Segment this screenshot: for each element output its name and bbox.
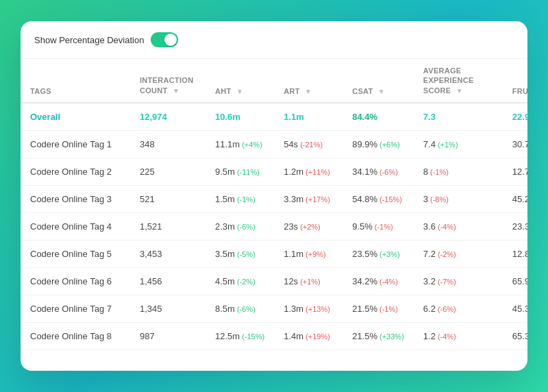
row-art: 54s(-21%) [274,130,342,158]
row-interaction-count: 225 [130,158,206,185]
row-tag: Codere Online Tag 2 [21,158,130,185]
sort-icon-avg-exp[interactable]: ▼ [456,86,463,95]
row-aht: 12.5m(-15%) [206,322,274,350]
sort-icon-interaction[interactable]: ▼ [173,86,179,95]
row-frustration: 65.3%(- [503,322,527,350]
sort-icon-art[interactable]: ▼ [305,88,312,95]
overall-art: 1.1m [274,103,342,131]
row-interaction-count: 348 [130,130,206,158]
row-csat: 34.1%(-6%) [342,158,414,185]
overall-tag: Overall [21,103,130,131]
table-row: Codere Online Tag 4 1,521 2.3m(-6%) 23s(… [21,212,527,240]
table-row: Codere Online Tag 2 225 9.5m(-11%) 1.2m(… [21,158,527,185]
row-frustration: 12.8%(-18 [503,240,527,267]
sort-icon-csat[interactable]: ▼ [378,88,385,95]
row-aht: 8.5m(-6%) [206,295,274,322]
row-avg-exp: 3(-8%) [414,185,503,212]
row-avg-exp: 3.6(-4%) [414,212,503,240]
col-header-art: ART ▼ [274,59,342,103]
table-row: Codere Online Tag 5 3,453 3.5m(-5%) 1.1m… [21,240,527,267]
sort-icon-aht[interactable]: ▼ [236,88,243,95]
row-frustration: 12.7%(-3 [503,158,527,185]
row-art: 3.3m(+17%) [274,185,342,212]
row-frustration: 23.3%(-2 [503,212,527,240]
row-avg-exp: 3.2(-7%) [414,267,503,295]
row-avg-exp: 6.2(-6%) [414,295,503,322]
row-tag: Codere Online Tag 3 [21,185,130,212]
row-tag: Codere Online Tag 1 [21,130,130,158]
row-art: 1.2m(+11%) [274,158,342,185]
table-container: TAGS INTERACTION COUNT ▼ AHT ▼ ART ▼ [21,59,527,371]
row-csat: 34.2%(-4%) [342,267,414,295]
row-csat: 21.5%(-1%) [342,295,414,322]
main-card: Show Percentage Deviation TAGS INTERACTI… [21,21,527,371]
overall-frustration: 22.9% [503,103,527,131]
col-header-tags: TAGS [21,59,130,103]
row-interaction-count: 1,456 [130,267,206,295]
toggle-bar: Show Percentage Deviation [21,21,527,59]
table-row: Codere Online Tag 3 521 1.5m(-1%) 3.3m(+… [21,185,527,212]
row-art: 1.1m(+9%) [274,240,342,267]
table-header-row: TAGS INTERACTION COUNT ▼ AHT ▼ ART ▼ [21,59,527,103]
overall-avg-exp: 7.3 [414,103,503,131]
overall-interaction-count: 12,974 [130,103,206,131]
row-art: 1.4m(+19%) [274,322,342,350]
row-tag: Codere Online Tag 5 [21,240,130,267]
table-row: Codere Online Tag 1 348 11.1m(+4%) 54s(-… [21,130,527,158]
row-aht: 4.5m(-2%) [206,267,274,295]
row-aht: 1.5m(-1%) [206,185,274,212]
row-frustration: 30.7%(+3 [503,130,527,158]
table-row: Codere Online Tag 7 1,345 8.5m(-6%) 1.3m… [21,295,527,322]
row-avg-exp: 1.2(-4%) [414,322,503,350]
overall-aht: 10.6m [206,103,274,131]
row-tag: Codere Online Tag 7 [21,295,130,322]
row-interaction-count: 3,453 [130,240,206,267]
row-interaction-count: 987 [130,322,206,350]
overall-row: Overall 12,974 10.6m 1.1m 84.4% 7.3 22.9… [21,103,527,131]
row-frustration: 65.9%(-5 [503,267,527,295]
table-row: Codere Online Tag 6 1,456 4.5m(-2%) 12s(… [21,267,527,295]
overall-csat: 84.4% [342,103,414,131]
row-tag: Codere Online Tag 4 [21,212,130,240]
row-csat: 21.5%(+33%) [342,322,414,350]
row-tag: Codere Online Tag 6 [21,267,130,295]
row-aht: 2.3m(-6%) [206,212,274,240]
row-frustration: 45.3%(- [503,295,527,322]
col-header-interaction-count: INTERACTION COUNT ▼ [130,59,206,103]
row-csat: 23.5%(+3%) [342,240,414,267]
row-csat: 9.5%(-1%) [342,212,414,240]
col-header-aht: AHT ▼ [206,59,274,103]
percentage-deviation-toggle[interactable] [151,32,178,47]
row-avg-exp: 8(-1%) [414,158,503,185]
table-row: Codere Online Tag 8 987 12.5m(-15%) 1.4m… [21,322,527,350]
row-csat: 89.9%(+6%) [342,130,414,158]
row-frustration: 45.2%(-4 [503,185,527,212]
toggle-label: Show Percentage Deviation [34,35,144,45]
col-header-frustration: FRUSTRATION [503,59,527,103]
row-art: 1.3m(+13%) [274,295,342,322]
col-header-avg-exp: AVERAGE EXPERIENCE SCORE ▼ [414,59,503,103]
row-art: 12s(+1%) [274,267,342,295]
row-avg-exp: 7.4(+1%) [414,130,503,158]
row-interaction-count: 1,345 [130,295,206,322]
row-tag: Codere Online Tag 8 [21,322,130,350]
row-avg-exp: 7.2(-2%) [414,240,503,267]
row-csat: 54.8%(-15%) [342,185,414,212]
col-header-csat: CSAT ▼ [342,59,414,103]
row-interaction-count: 521 [130,185,206,212]
row-interaction-count: 1,521 [130,212,206,240]
data-table: TAGS INTERACTION COUNT ▼ AHT ▼ ART ▼ [21,59,527,350]
row-aht: 11.1m(+4%) [206,130,274,158]
row-art: 23s(+2%) [274,212,342,240]
row-aht: 9.5m(-11%) [206,158,274,185]
row-aht: 3.5m(-5%) [206,240,274,267]
